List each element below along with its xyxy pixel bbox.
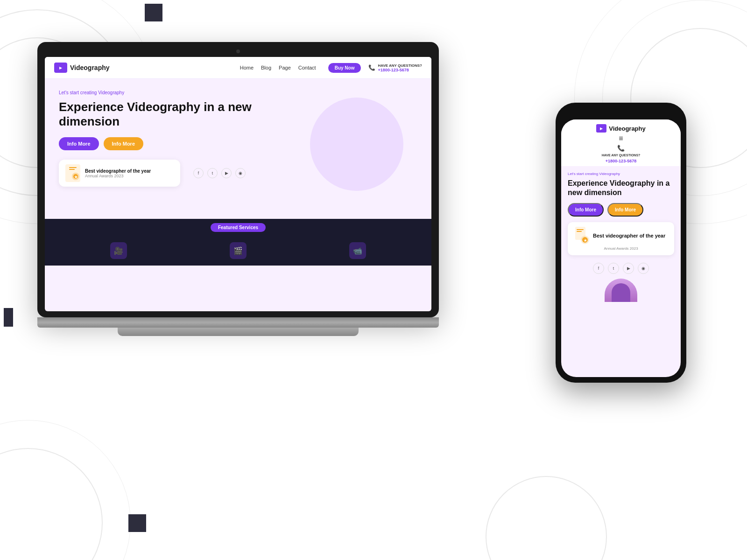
nav-contact[interactable]: Contact	[298, 65, 316, 70]
nav-blog[interactable]: Blog	[261, 65, 271, 70]
service-item-3: 📹	[349, 242, 366, 259]
award-icon: ★	[65, 164, 80, 182]
laptop-nav-phone-number: +1800-123-5678	[378, 68, 422, 72]
laptop-info-btn-1[interactable]: Info More	[59, 137, 99, 150]
phone-contact-phone-icon: 📞	[617, 145, 625, 152]
laptop-foot	[118, 328, 359, 336]
decorative-square-bottom	[128, 514, 146, 532]
laptop-device: Videography Home Blog Page Contact Buy N…	[37, 42, 439, 350]
laptop-award-text: Best videographer of the year Annual Awa…	[85, 168, 151, 178]
laptop-nav-phone: 📞 HAVE ANY QUESTIONS? +1800-123-5678	[368, 63, 422, 72]
bg-circle-bottom-right	[486, 476, 607, 560]
laptop-camera	[236, 49, 240, 53]
phone-social-facebook[interactable]: f	[593, 263, 604, 274]
phone-hero-buttons: Info More Info More	[568, 203, 674, 217]
laptop-logo: Videography	[54, 63, 110, 73]
phone-info-btn-1[interactable]: Info More	[568, 203, 604, 217]
phone-contact-number: +1800-123-5678	[606, 159, 636, 163]
phone-social-icons: f t ▶ ◉	[568, 260, 674, 277]
phone-hero-subtitle: Let's start creating Videography	[568, 172, 674, 176]
laptop-info-btn-2[interactable]: Info More	[104, 137, 144, 150]
svg-text:★: ★	[74, 175, 78, 179]
phone-contact-info: 📞 HAVE ANY QUESTIONS? +1800-123-5678	[602, 145, 641, 163]
phone-body: ▶ Videography ≡ 📞 HAVE ANY QUESTIONS? +1…	[556, 103, 686, 383]
phone-award-card: ★ Best videographer of the year Annual A…	[568, 222, 674, 255]
phone-info-btn-2[interactable]: Info More	[607, 203, 643, 217]
phone-social-youtube[interactable]: ▶	[623, 263, 634, 274]
hero-blob	[310, 98, 403, 191]
laptop-nav-links: Home Blog Page Contact Buy Now	[240, 63, 361, 73]
laptop-social-icons: f t ▶ ◉	[193, 168, 246, 178]
phone-logo-text: Videography	[609, 125, 646, 132]
svg-rect-7	[577, 229, 584, 230]
phone-hero-section: Let's start creating Videography Experie…	[561, 166, 681, 308]
laptop-hero-section: Let's start creating Videography Experie…	[45, 79, 431, 219]
phone-social-twitter[interactable]: t	[608, 263, 619, 274]
laptop-nav-phone-info: HAVE ANY QUESTIONS? +1800-123-5678	[378, 63, 422, 72]
phone-person-preview	[568, 277, 674, 302]
svg-text:★: ★	[584, 238, 587, 243]
laptop-featured-bar: Featured Services	[45, 219, 431, 236]
laptop-body: Videography Home Blog Page Contact Buy N…	[37, 42, 439, 317]
phone-contact-label: HAVE ANY QUESTIONS?	[602, 154, 641, 157]
service-icon-2: 🎬	[230, 242, 247, 259]
phone-social-instagram[interactable]: ◉	[638, 263, 649, 274]
laptop-hero-subtitle: Let's start creating Videography	[59, 90, 417, 95]
phone-award-subtitle: Annual Awards 2023	[573, 246, 669, 251]
nav-home[interactable]: Home	[240, 65, 254, 70]
phone-person-circle	[605, 279, 637, 302]
phone-hero-title: Experience Videography in a new dimensio…	[568, 179, 674, 197]
laptop-screen: Videography Home Blog Page Contact Buy N…	[45, 57, 431, 311]
phone-screen: ▶ Videography ≡ 📞 HAVE ANY QUESTIONS? +1…	[561, 119, 681, 377]
service-item-2: 🎬	[230, 242, 247, 259]
laptop-award-subtitle: Annual Awards 2023	[85, 174, 151, 178]
phone-award-text-block: Best videographer of the year	[593, 233, 665, 238]
laptop-services-icons-bar: 🎥 🎬 📹	[45, 236, 431, 266]
phone-award-top: ★ Best videographer of the year	[573, 227, 669, 245]
svg-rect-2	[69, 169, 75, 170]
laptop-award-card: ★ Best videographer of the year Annual A…	[59, 160, 180, 187]
laptop-hero-title: Experience Videography in a new dimensio…	[59, 100, 255, 129]
laptop-featured-pill: Featured Services	[211, 223, 266, 232]
phone-website-nav: ▶ Videography ≡ 📞 HAVE ANY QUESTIONS? +1…	[561, 119, 681, 166]
service-icon-3: 📹	[349, 242, 366, 259]
laptop-nav-phone-label: HAVE ANY QUESTIONS?	[378, 63, 422, 68]
decorative-square-top	[145, 4, 162, 21]
social-facebook[interactable]: f	[193, 168, 204, 178]
phone-award-icon: ★	[573, 227, 589, 245]
nav-page[interactable]: Page	[279, 65, 291, 70]
phone-hamburger-icon[interactable]: ≡	[619, 134, 623, 143]
social-twitter[interactable]: t	[207, 168, 218, 178]
phone-logo-icon: ▶	[596, 124, 606, 133]
phone-logo-row: ▶ Videography	[596, 124, 646, 133]
phone-award-title: Best videographer of the year	[593, 233, 665, 238]
laptop-logo-text: Videography	[70, 64, 110, 71]
social-youtube[interactable]: ▶	[221, 168, 232, 178]
service-icon-1: 🎥	[110, 242, 127, 259]
decorative-square-left-mid	[4, 308, 13, 327]
laptop-website-nav: Videography Home Blog Page Contact Buy N…	[45, 57, 431, 79]
nav-buy-button[interactable]: Buy Now	[328, 63, 361, 73]
svg-rect-8	[577, 231, 582, 232]
svg-rect-1	[69, 167, 77, 168]
phone-notch	[600, 108, 642, 118]
service-item-1: 🎥	[110, 242, 127, 259]
social-instagram[interactable]: ◉	[235, 168, 246, 178]
laptop-base	[37, 317, 439, 328]
phone-icon: 📞	[368, 64, 375, 71]
laptop-logo-icon	[54, 63, 67, 73]
phone-device: ▶ Videography ≡ 📞 HAVE ANY QUESTIONS? +1…	[556, 103, 686, 383]
laptop-award-title: Best videographer of the year	[85, 168, 151, 174]
